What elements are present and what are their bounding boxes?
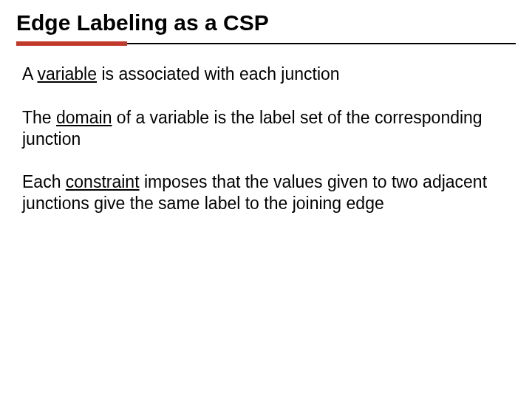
keyword-variable: variable (37, 64, 97, 83)
keyword-constraint: constraint (66, 172, 140, 191)
slide-title: Edge Labeling as a CSP (16, 10, 516, 35)
slide: Edge Labeling as a CSP A variable is ass… (0, 0, 532, 399)
paragraph-domain: The domain of a variable is the label se… (22, 107, 501, 150)
text: Each (22, 172, 66, 191)
text: is associated with each junction (97, 64, 340, 83)
text: A (22, 64, 37, 83)
rule-accent (16, 41, 127, 46)
text: The (22, 108, 56, 127)
paragraph-constraint: Each constraint imposes that the values … (22, 171, 501, 214)
paragraph-variable: A variable is associated with each junct… (22, 64, 501, 85)
title-rule (16, 41, 516, 46)
slide-body: A variable is associated with each junct… (16, 64, 516, 214)
keyword-domain: domain (56, 108, 112, 127)
